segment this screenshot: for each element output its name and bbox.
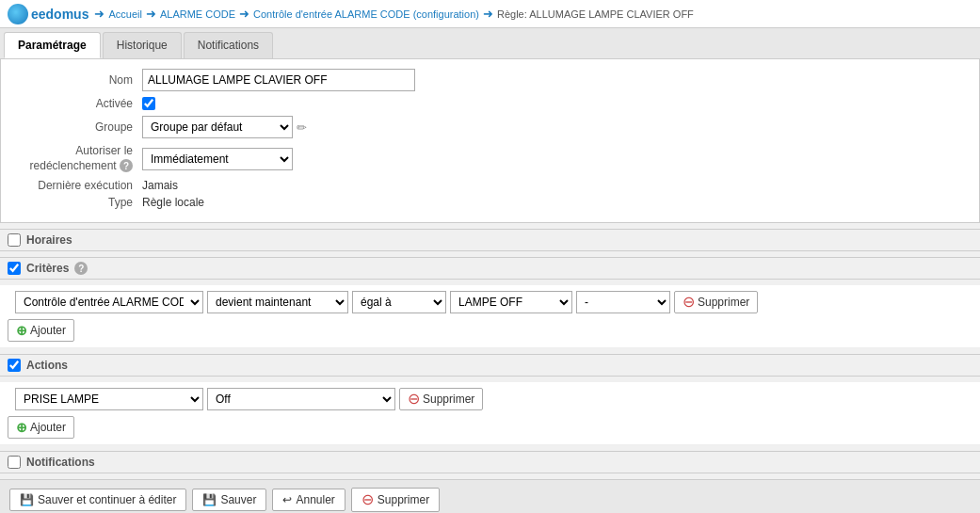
breadcrumb-arrow-1: ➜ — [146, 7, 156, 21]
activee-row: Activée — [20, 97, 960, 110]
breadcrumb: ➜ Accueil ➜ ALARME CODE ➜ Contrôle d'ent… — [94, 7, 693, 21]
criteria-field5[interactable]: - — [576, 291, 670, 313]
notifications-checkbox[interactable] — [8, 456, 21, 469]
criteria-add-button[interactable]: ⊕ Ajouter — [8, 319, 74, 342]
activee-label: Activée — [20, 97, 142, 110]
criteria-delete-button[interactable]: ⊖ Supprimer — [674, 291, 758, 313]
cancel-button[interactable]: ↩ Annuler — [272, 489, 345, 511]
tab-historique[interactable]: Historique — [103, 32, 182, 58]
criteres-help-icon[interactable]: ? — [74, 262, 88, 275]
derniere-exec-label: Dernière exécution — [20, 179, 142, 192]
breadcrumb-alarme[interactable]: ALARME CODE — [160, 8, 235, 20]
actions-add-row: ⊕ Ajouter — [8, 416, 972, 439]
criteres-checkbox[interactable] — [8, 262, 21, 275]
main-content: Nom Activée Groupe Groupe par défaut ✏ A… — [0, 59, 980, 223]
criteria-field4[interactable]: LAMPE OFF — [450, 291, 572, 313]
action-field1[interactable]: PRISE LAMPE — [15, 388, 203, 410]
tab-notifications[interactable]: Notifications — [184, 32, 273, 58]
actions-row-1: PRISE LAMPE Off ⊖ Supprimer — [8, 388, 972, 410]
horaires-checkbox[interactable] — [8, 233, 21, 247]
type-row: Type Règle locale — [20, 196, 960, 209]
nom-input[interactable] — [142, 69, 415, 91]
action-delete-icon: ⊖ — [408, 392, 420, 407]
type-value: Règle locale — [142, 196, 204, 209]
criteres-section: Critères ? — [0, 257, 980, 280]
horaires-section: Horaires — [0, 229, 980, 251]
criteres-title: Critères — [26, 262, 69, 275]
save-edit-icon: 💾 — [20, 493, 34, 506]
breadcrumb-arrow-0: ➜ — [94, 7, 104, 21]
criteria-row-1: Contrôle d'entrée ALARME CODE devient ma… — [8, 291, 972, 313]
notifications-section: Notifications — [0, 451, 980, 473]
criteria-add-icon: ⊕ — [16, 323, 27, 338]
save-icon: 💾 — [202, 493, 217, 506]
actions-add-button[interactable]: ⊕ Ajouter — [8, 416, 74, 439]
criteria-field1[interactable]: Contrôle d'entrée ALARME CODE — [15, 291, 203, 313]
notifications-title: Notifications — [26, 456, 95, 469]
cancel-icon: ↩ — [282, 493, 292, 506]
actions-title: Actions — [26, 359, 68, 372]
breadcrumb-config[interactable]: Contrôle d'entrée ALARME CODE (configura… — [253, 8, 479, 20]
tabs-bar: Paramétrage Historique Notifications — [0, 28, 980, 59]
criteria-field3[interactable]: égal à — [352, 291, 446, 313]
action-field2[interactable]: Off — [207, 388, 395, 410]
activee-checkbox[interactable] — [142, 97, 155, 110]
logo: eedomus — [8, 4, 88, 24]
actions-checkbox[interactable] — [8, 359, 21, 372]
groupe-edit-icon[interactable]: ✏ — [297, 120, 307, 135]
criteria-field2[interactable]: devient maintenant — [207, 291, 348, 313]
save-edit-button[interactable]: 💾 Sauver et continuer à éditer — [9, 489, 186, 511]
action-delete-button[interactable]: ⊖ Supprimer — [399, 388, 483, 410]
delete-button[interactable]: ⊖ Supprimer — [351, 488, 440, 512]
type-label: Type — [20, 196, 142, 209]
groupe-select[interactable]: Groupe par défaut — [142, 116, 293, 138]
autoriser-select[interactable]: Immédiatement — [142, 148, 293, 170]
nom-label: Nom — [20, 73, 142, 87]
breadcrumb-current: Règle: ALLUMAGE LAMPE CLAVIER OFF — [497, 8, 694, 20]
actions-section: Actions — [0, 354, 980, 377]
horaires-title: Horaires — [26, 233, 72, 247]
actions-add-icon: ⊕ — [16, 420, 27, 435]
autoriser-row: Autoriser le redéclenchement ? Immédiate… — [20, 144, 960, 173]
autoriser-help-icon[interactable]: ? — [120, 159, 133, 172]
save-button[interactable]: 💾 Sauver — [192, 489, 266, 511]
footer: 💾 Sauver et continuer à éditer 💾 Sauver … — [0, 479, 980, 513]
derniere-exec-value: Jamais — [142, 179, 178, 192]
criteria-delete-icon: ⊖ — [683, 295, 695, 310]
tab-parametrage[interactable]: Paramétrage — [4, 32, 101, 58]
logo-icon — [8, 4, 28, 24]
breadcrumb-arrow-2: ➜ — [239, 7, 249, 21]
header: eedomus ➜ Accueil ➜ ALARME CODE ➜ Contrô… — [0, 0, 980, 28]
criteria-add-row: ⊕ Ajouter — [8, 319, 972, 342]
groupe-row: Groupe Groupe par défaut ✏ — [20, 116, 960, 138]
autoriser-label: Autoriser le redéclenchement ? — [20, 144, 142, 173]
derniere-exec-row: Dernière exécution Jamais — [20, 179, 960, 192]
groupe-label: Groupe — [20, 120, 142, 134]
footer-delete-icon: ⊖ — [361, 492, 374, 507]
breadcrumb-arrow-3: ➜ — [483, 7, 493, 21]
breadcrumb-accueil[interactable]: Accueil — [108, 8, 141, 20]
logo-text: eedomus — [31, 7, 88, 22]
nom-row: Nom — [20, 69, 960, 91]
